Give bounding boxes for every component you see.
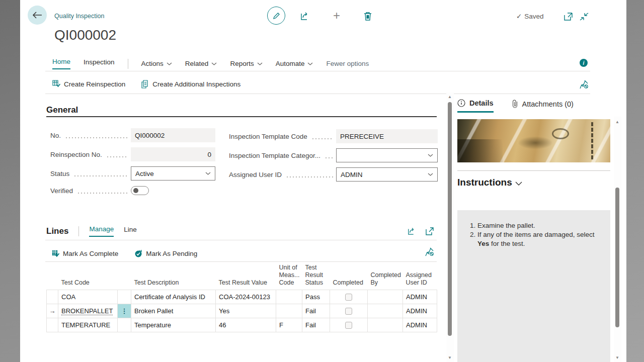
mark-as-pending-button[interactable]: Mark As Pending <box>134 249 197 257</box>
collapse-button[interactable] <box>579 11 590 22</box>
assigned-user-cell[interactable]: ADMIN <box>403 304 437 318</box>
create-reinspection-button[interactable]: Create Reinspection <box>52 80 125 88</box>
lines-tabs-separator <box>45 240 437 240</box>
col-test-code[interactable]: Test Code <box>58 262 118 290</box>
col-completed-by[interactable]: Completed By <box>368 262 403 290</box>
page-caption: Quality Inspection <box>54 13 104 20</box>
description-cell[interactable]: Broken Pallet <box>131 304 216 318</box>
scroll-down-icon[interactable]: ▼ <box>446 355 453 360</box>
info-icon[interactable]: i <box>580 59 588 67</box>
lines-unpin-icon[interactable] <box>424 246 435 257</box>
no-field-label: No. <box>50 132 131 139</box>
save-status: ✓ Saved <box>516 12 544 20</box>
complete-grid-icon <box>52 250 59 257</box>
completed-by-cell[interactable] <box>368 290 403 304</box>
assigned-user-cell[interactable]: ADMIN <box>403 318 437 332</box>
chevron-down-icon <box>428 154 433 157</box>
template-category-select[interactable] <box>336 148 438 162</box>
result-value-cell[interactable]: Yes <box>216 304 276 318</box>
col-uom-code[interactable]: Unit of Meas... Code <box>276 262 302 290</box>
status-cell[interactable]: Fail <box>302 318 330 332</box>
lines-divider <box>78 226 79 236</box>
instructions-header[interactable]: Instructions <box>457 177 522 188</box>
pin-off-icon <box>580 79 589 89</box>
status-cell[interactable]: Fail <box>302 304 330 318</box>
factbox-scrollbar-thumb[interactable] <box>615 188 619 327</box>
image-shadow <box>457 139 503 162</box>
col-test-result-status[interactable]: Test Result Status <box>302 262 330 290</box>
tab-home[interactable]: Home <box>52 58 70 69</box>
selected-row-arrow-icon: → <box>49 307 56 315</box>
share-button[interactable] <box>300 11 311 22</box>
col-test-description[interactable]: Test Description <box>131 262 216 290</box>
scroll-up-icon[interactable]: ▲ <box>614 120 621 124</box>
back-button[interactable] <box>28 6 47 25</box>
completed-checkbox[interactable] <box>345 308 352 315</box>
reinspection-no-field[interactable]: 0 <box>131 147 215 161</box>
quality-inspection-page: Quality Inspection QI000002 + ✓ Saved Ho… <box>20 0 626 362</box>
main-scrollbar-thumb[interactable] <box>448 102 452 336</box>
lines-share-button[interactable] <box>407 226 418 237</box>
table-row[interactable]: TEMPERATURE Temperature 46 F Fail ADMIN <box>47 318 437 332</box>
paperclip-icon <box>512 100 518 108</box>
table-row-selected[interactable]: → BROKENPALLET ⋮ Broken Pallet Yes Fail … <box>47 304 437 318</box>
uom-cell[interactable] <box>276 290 302 304</box>
description-cell[interactable]: Certificate of Analysis ID <box>131 290 216 304</box>
popout-icon <box>564 13 573 21</box>
edit-button[interactable] <box>267 7 285 25</box>
action-bar: Create Reinspection Create Additional In… <box>52 75 240 93</box>
tab-details[interactable]: Details <box>457 99 494 113</box>
test-code-cell[interactable]: BROKENPALLET <box>61 307 113 315</box>
description-cell[interactable]: Temperature <box>131 318 216 332</box>
menu-related[interactable]: Related <box>185 60 217 67</box>
delete-button[interactable] <box>362 11 373 22</box>
completed-by-cell[interactable] <box>368 304 403 318</box>
tab-inspection[interactable]: Inspection <box>84 58 115 69</box>
fewer-options-link[interactable]: Fewer options <box>326 60 369 67</box>
test-code-cell[interactable]: COA <box>61 293 75 301</box>
lines-tab-line[interactable]: Line <box>124 226 137 236</box>
assigned-user-cell[interactable]: ADMIN <box>403 290 437 304</box>
completed-checkbox[interactable] <box>345 294 352 301</box>
uom-cell[interactable]: F <box>276 318 302 332</box>
table-header-row: Test Code Test Description Test Result V… <box>47 262 437 290</box>
tab-attachments[interactable]: Attachments (0) <box>512 100 574 112</box>
plus-icon: + <box>333 9 340 23</box>
popout-button[interactable] <box>562 11 574 22</box>
mark-as-complete-button[interactable]: Mark As Complete <box>52 250 118 257</box>
col-test-result-value[interactable]: Test Result Value <box>216 262 276 290</box>
scroll-up-icon[interactable]: ▲ <box>446 95 453 99</box>
completed-checkbox[interactable] <box>345 322 352 329</box>
status-select[interactable]: Active <box>131 166 215 180</box>
col-completed[interactable]: Completed <box>330 262 368 290</box>
lines-open-in-new-button[interactable] <box>424 226 435 237</box>
unpin-icon[interactable] <box>579 79 590 90</box>
completed-by-cell[interactable] <box>368 318 403 332</box>
lines-section-title: Lines <box>46 226 68 236</box>
menu-automate[interactable]: Automate <box>276 60 313 67</box>
menu-actions[interactable]: Actions <box>141 60 172 67</box>
row-menu-button[interactable]: ⋮ <box>118 304 131 318</box>
scroll-down-icon[interactable]: ▼ <box>614 355 621 360</box>
template-code-field[interactable]: PRERECEIVE <box>336 129 438 143</box>
table-row[interactable]: COA Certificate of Analysis ID COA-2024-… <box>47 290 437 304</box>
reinspection-grid-icon <box>52 80 60 88</box>
assigned-user-select[interactable]: ADMIN <box>336 167 438 182</box>
vertical-dots-icon: ⋮ <box>121 307 128 315</box>
col-assigned-user[interactable]: Assigned User ID <box>403 262 437 290</box>
create-additional-inspections-button[interactable]: Create Additional Inspections <box>141 80 240 88</box>
menu-reports[interactable]: Reports <box>230 60 262 67</box>
verified-toggle[interactable] <box>131 186 149 195</box>
result-value-cell[interactable]: COA-2024-00123 <box>216 290 276 304</box>
no-field[interactable]: QI000002 <box>131 128 215 142</box>
saved-label: Saved <box>524 13 543 20</box>
main-scrollbar[interactable]: ▲ ▼ <box>446 93 454 362</box>
test-code-cell[interactable]: TEMPERATURE <box>61 321 110 329</box>
result-value-cell[interactable]: 46 <box>216 318 276 332</box>
uom-cell[interactable] <box>276 304 302 318</box>
factbox-scrollbar[interactable]: ▲ ▼ <box>614 117 621 362</box>
lines-tab-manage[interactable]: Manage <box>89 225 114 237</box>
new-button[interactable]: + <box>331 10 342 21</box>
chevron-down-icon <box>257 62 263 65</box>
status-cell[interactable]: Pass <box>302 290 330 304</box>
